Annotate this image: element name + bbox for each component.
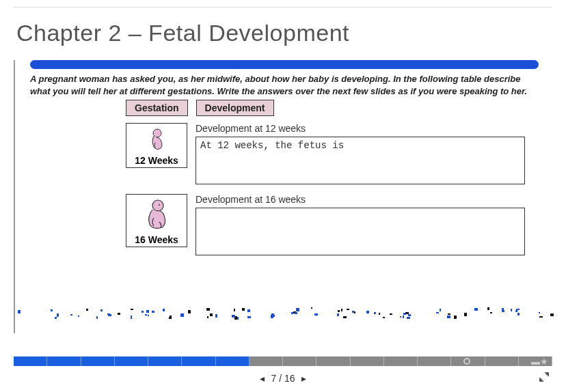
pager-total: 16 — [284, 373, 295, 384]
progress-segment[interactable] — [148, 356, 182, 366]
fullscreen-icon[interactable] — [539, 372, 550, 385]
instructions-text: A pregnant woman has asked you, as her m… — [30, 73, 539, 97]
progress-segment[interactable] — [81, 356, 115, 366]
progress-segment[interactable] — [283, 356, 316, 366]
development-textarea-12w[interactable] — [196, 137, 525, 184]
decorative-noise — [15, 307, 552, 318]
gestation-row: 16 Weeks Development at 16 weeks — [126, 194, 552, 258]
development-title: Development at 12 weeks — [196, 123, 525, 134]
pager-sep: / — [279, 373, 282, 384]
pager-current: 7 — [271, 373, 276, 384]
top-divider — [14, 7, 552, 8]
chapter-title: Chapter 2 – Fetal Development — [16, 20, 566, 46]
progress-segment[interactable] — [418, 356, 451, 366]
progress-segment[interactable] — [485, 356, 519, 366]
development-column: Development at 12 weeks — [196, 123, 525, 187]
progress-star-icon: ▬★ — [531, 356, 548, 367]
slide-pager: ◂ 7 / 16 ▸ — [0, 373, 566, 384]
progress-segment[interactable] — [47, 356, 81, 366]
table-headers: Gestation Development — [126, 100, 552, 116]
prev-slide-button[interactable]: ◂ — [256, 373, 269, 384]
fetus-icon — [147, 128, 166, 152]
progress-segment[interactable] — [384, 356, 418, 366]
development-column: Development at 16 weeks — [196, 194, 525, 258]
svg-point-2 — [159, 204, 160, 206]
svg-point-1 — [152, 200, 163, 211]
gestation-row: 12 Weeks Development at 12 weeks — [126, 123, 552, 187]
gestation-label: 12 Weeks — [128, 155, 185, 166]
development-textarea-16w[interactable] — [196, 208, 525, 255]
next-slide-button[interactable]: ▸ — [297, 373, 310, 384]
progress-segment[interactable] — [115, 356, 148, 366]
header-development: Development — [196, 100, 274, 116]
gestation-box-12w: 12 Weeks — [126, 123, 187, 168]
progress-segment[interactable] — [182, 356, 215, 366]
gestation-label: 16 Weeks — [128, 234, 185, 245]
slide-container: A pregnant woman has asked you, as her m… — [14, 60, 552, 333]
progress-segment[interactable] — [316, 356, 350, 366]
header-gestation: Gestation — [126, 100, 188, 116]
fetus-icon — [143, 199, 170, 232]
progress-segment[interactable] — [216, 356, 250, 366]
progress-segment[interactable] — [250, 356, 283, 366]
development-title: Development at 16 weeks — [196, 194, 525, 205]
svg-point-0 — [153, 129, 161, 137]
progress-segment[interactable] — [351, 356, 384, 366]
slide-accent-bar — [30, 60, 539, 69]
gestation-box-16w: 16 Weeks — [126, 194, 187, 247]
progress-track[interactable]: ▬★ — [14, 356, 552, 366]
progress-segment[interactable] — [14, 356, 47, 366]
progress-marker-icon — [463, 358, 470, 365]
